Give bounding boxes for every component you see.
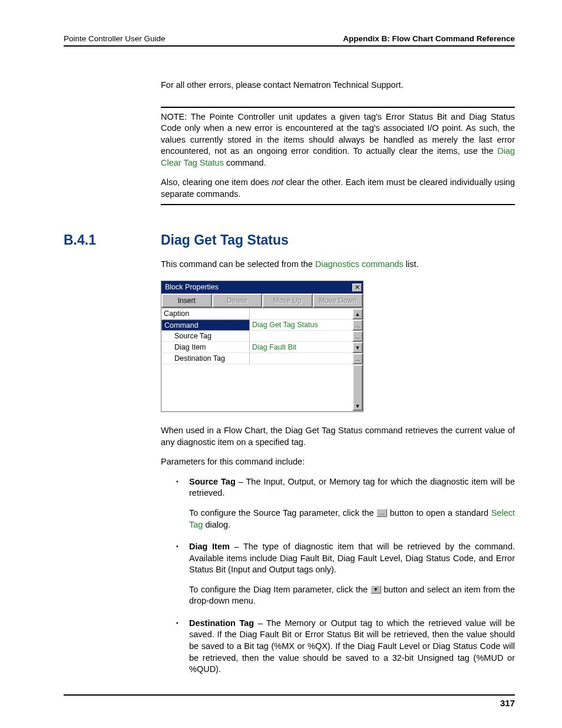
diag-label: Diag Item bbox=[189, 542, 230, 551]
scroll-down-icon[interactable]: ▼ bbox=[352, 364, 363, 411]
delete-button[interactable]: Delete bbox=[212, 294, 263, 308]
row-sourcetag-value[interactable] bbox=[250, 331, 352, 342]
browse-command-icon[interactable]: … bbox=[352, 319, 363, 331]
row-desttag-value[interactable] bbox=[250, 353, 352, 364]
row-caption-label[interactable]: Caption bbox=[161, 308, 250, 319]
row-desttag-label[interactable]: Destination Tag bbox=[161, 353, 250, 364]
src-label: Source Tag bbox=[189, 477, 236, 486]
dest-label: Destination Tag bbox=[189, 618, 254, 628]
note-text-2i: not bbox=[272, 177, 283, 187]
src-sub-b: button to open a standard bbox=[387, 508, 491, 518]
src-sub-a: To configure the Source Tag parameter, c… bbox=[189, 508, 376, 518]
param-source-tag: Source Tag – The Input, Output, or Memor… bbox=[161, 476, 515, 531]
diag-text: – The type of diagnostic item that will … bbox=[189, 542, 515, 574]
intro-b: list. bbox=[404, 259, 419, 269]
src-sub-c: dialog. bbox=[203, 520, 230, 529]
dropdown-diagitem-icon[interactable]: ▼ bbox=[352, 342, 363, 353]
diag-sub-a: To configure the Diag Item parameter, cl… bbox=[189, 585, 371, 594]
row-caption-value[interactable] bbox=[250, 308, 352, 319]
browse-sourcetag-icon[interactable]: … bbox=[352, 331, 363, 342]
link-diagnostics-commands[interactable]: Diagnostics commands bbox=[315, 259, 404, 269]
dropdown-button-icon: ▼ bbox=[371, 585, 381, 594]
row-diagitem-value[interactable]: Diag Fault Bit bbox=[250, 342, 352, 353]
browse-desttag-icon[interactable]: … bbox=[352, 353, 363, 364]
row-command-value[interactable]: Diag Get Tag Status bbox=[250, 319, 352, 331]
section-number: B.4.1 bbox=[64, 232, 161, 248]
ellipsis-button-icon: … bbox=[376, 509, 387, 517]
intro-a: This command can be selected from the bbox=[161, 259, 315, 269]
row-command-label[interactable]: Command bbox=[161, 319, 250, 331]
section-heading: B.4.1 Diag Get Tag Status bbox=[64, 232, 515, 248]
intro-paragraph: For all other errors, please contact Nem… bbox=[161, 80, 515, 91]
row-diagitem-label[interactable]: Diag Item bbox=[161, 342, 250, 353]
insert-button[interactable]: Insert bbox=[161, 294, 212, 308]
param-diag-item: Diag Item – The type of diagnostic item … bbox=[161, 541, 515, 607]
note-text-2a: Also, clearing one item does bbox=[161, 177, 272, 187]
close-icon[interactable]: ✕ bbox=[352, 284, 362, 292]
note-text-1b: command. bbox=[224, 158, 266, 167]
header-right: Appendix B: Flow Chart Command Reference bbox=[343, 34, 515, 43]
param-destination-tag: Destination Tag – The Memory or Output t… bbox=[161, 618, 515, 676]
dialog-titlebar: Block Properties ✕ bbox=[161, 281, 363, 294]
block-properties-dialog: Block Properties ✕ Insert Delete Move Up… bbox=[161, 281, 363, 412]
header-left: Pointe Controller User Guide bbox=[64, 34, 166, 43]
row-sourcetag-label[interactable]: Source Tag bbox=[161, 331, 250, 342]
page-header: Pointe Controller User Guide Appendix B:… bbox=[64, 34, 515, 47]
movedown-button[interactable]: Move Down bbox=[313, 294, 363, 308]
moveup-button[interactable]: Move Up bbox=[262, 294, 313, 308]
section-title: Diag Get Tag Status bbox=[161, 232, 289, 248]
note-text-1a: NOTE: The Pointe Controller unit updates… bbox=[161, 112, 515, 156]
page-number: 317 bbox=[64, 694, 515, 708]
dialog-title: Block Properties bbox=[165, 282, 219, 292]
params-intro: Parameters for this command include: bbox=[161, 456, 515, 468]
src-text: – The Input, Output, or Memory tag for w… bbox=[189, 477, 515, 498]
scroll-up-icon[interactable]: ▲ bbox=[352, 308, 363, 319]
desc-paragraph: When used in a Flow Chart, the Diag Get … bbox=[161, 425, 515, 448]
note-box: NOTE: The Pointe Controller unit updates… bbox=[161, 107, 515, 205]
